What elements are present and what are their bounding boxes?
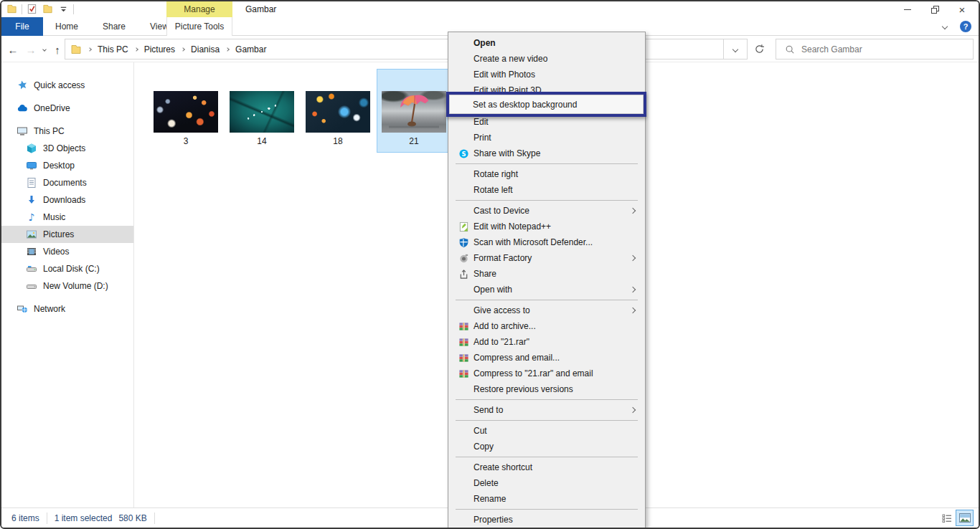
menu-item-give-access-to[interactable]: Give access to (448, 302, 645, 318)
menu-item-share-with-skype[interactable]: SShare with Skype (448, 146, 645, 161)
menu-item-scan-with-microsoft-defender[interactable]: Scan with Microsoft Defender... (448, 234, 645, 250)
star-icon (17, 80, 28, 91)
menu-item-open[interactable]: Open (448, 35, 645, 51)
file-tile-18[interactable]: 18 (301, 70, 374, 152)
sidebar-item-onedrive[interactable]: OneDrive (1, 100, 133, 117)
menu-item-rename[interactable]: Rename (448, 491, 645, 507)
customize-toolbar-icon[interactable] (57, 3, 70, 15)
highlight-annotation: Set as desktop background (446, 92, 646, 117)
sidebar-item-label: Music (43, 212, 65, 222)
help-icon[interactable]: ? (960, 21, 971, 32)
breadcrumb-pictures[interactable]: Pictures (140, 44, 179, 54)
menu-item-restore-previous-versions[interactable]: Restore previous versions (448, 381, 645, 397)
menu-item-add-to-21-rar[interactable]: Add to "21.rar" (448, 334, 645, 350)
menu-separator (456, 163, 638, 164)
defender-icon (456, 237, 471, 248)
sidebar-item-quick-access[interactable]: Quick access (1, 77, 133, 94)
refresh-button[interactable] (748, 39, 770, 59)
search-box[interactable] (776, 39, 974, 59)
menu-item-copy[interactable]: Copy (448, 439, 645, 454)
menu-item-label: Share with Skype (473, 148, 540, 158)
details-view-button[interactable] (938, 510, 955, 525)
sidebar-item-downloads[interactable]: Downloads (1, 191, 133, 209)
document-icon (26, 177, 37, 189)
menu-item-compress-and-email[interactable]: Compress and email... (448, 350, 645, 366)
submenu-arrow-icon (630, 255, 636, 261)
breadcrumb-dianisa[interactable]: Dianisa (187, 44, 224, 54)
address-dropdown-button[interactable] (723, 39, 747, 59)
sidebar-item-pictures[interactable]: Pictures (1, 226, 133, 243)
submenu-arrow-icon (630, 287, 636, 292)
folder-icon[interactable] (6, 3, 18, 15)
expand-ribbon-icon[interactable] (942, 24, 948, 29)
menu-item-delete[interactable]: Delete (448, 475, 645, 491)
file-tile-14[interactable]: 14 (225, 70, 298, 152)
skype-icon: S (456, 148, 471, 159)
menu-item-edit-with-notepad[interactable]: Edit with Notepad++ (448, 219, 645, 234)
toolbar-divider (22, 4, 22, 14)
file-tile-21[interactable]: 21 (377, 70, 451, 152)
back-button[interactable]: ← (4, 42, 22, 57)
sidebar-item-documents[interactable]: Documents (1, 174, 133, 191)
menu-item-rotate-right[interactable]: Rotate right (448, 166, 645, 182)
menu-icon-spacer (456, 116, 471, 128)
menu-item-cast-to-device[interactable]: Cast to Device (448, 203, 645, 219)
new-folder-icon[interactable] (42, 3, 54, 15)
download-icon (26, 194, 37, 206)
menu-item-add-to-archive[interactable]: Add to archive... (448, 318, 645, 334)
properties-icon[interactable] (26, 3, 38, 15)
menu-item-share[interactable]: Share (448, 266, 645, 282)
search-input[interactable] (801, 44, 973, 54)
sidebar-item-videos[interactable]: Videos (1, 243, 133, 260)
tab-home[interactable]: Home (43, 17, 90, 36)
menu-item-create-shortcut[interactable]: Create shortcut (448, 459, 645, 475)
sidebar-item-3d-objects[interactable]: 3D Objects (1, 140, 133, 157)
up-button[interactable]: ↑ (49, 42, 66, 57)
sidebar-item-network[interactable]: Network (1, 300, 133, 318)
menu-icon-spacer (456, 493, 471, 505)
close-button[interactable]: × (948, 1, 976, 17)
menu-separator (456, 300, 638, 300)
menu-item-set-as-desktop-background[interactable]: Set as desktop background (473, 100, 577, 110)
sidebar-item-music[interactable]: ♪Music (1, 209, 133, 226)
sidebar-item-label: New Volume (D:) (43, 281, 108, 291)
minimize-button[interactable] (894, 1, 921, 17)
large-icons-view-button[interactable] (956, 510, 973, 525)
file-tile-3[interactable]: 3 (149, 70, 222, 152)
manage-contextual-tab[interactable]: Manage (166, 1, 232, 17)
menu-item-compress-to-21-rar-and-email[interactable]: Compress to "21.rar" and email (448, 366, 645, 381)
menu-item-label: Compress to "21.rar" and email (473, 368, 593, 378)
forward-button[interactable]: → (22, 42, 39, 57)
tab-share[interactable]: Share (90, 17, 138, 36)
thumbnail-bokeh-dark (154, 91, 218, 133)
breadcrumb-gambar[interactable]: Gambar (231, 44, 270, 54)
restore-button[interactable] (921, 1, 948, 17)
submenu-arrow-icon (630, 308, 636, 313)
menu-item-print[interactable]: Print (448, 130, 645, 146)
menu-item-label: Copy (473, 442, 494, 452)
breadcrumb-this-pc[interactable]: This PC (93, 44, 133, 54)
menu-item-properties[interactable]: Properties (448, 512, 645, 528)
menu-item-rotate-left[interactable]: Rotate left (448, 182, 645, 198)
navigation-pane: Quick accessOneDriveThis PC3D ObjectsDes… (1, 62, 134, 507)
sidebar-item-desktop[interactable]: Desktop (1, 157, 133, 174)
menu-item-open-with[interactable]: Open with (448, 282, 645, 297)
menu-item-create-a-new-video[interactable]: Create a new video (448, 51, 645, 67)
status-divider (154, 513, 155, 524)
music-icon: ♪ (26, 211, 37, 223)
menu-item-send-to[interactable]: Send to (448, 402, 645, 418)
menu-item-cut[interactable]: Cut (448, 423, 645, 439)
tab-picture-tools[interactable]: Picture Tools (166, 17, 232, 36)
monitor-icon (17, 125, 28, 137)
menu-separator (456, 457, 638, 457)
sidebar-item-local-disk-c[interactable]: Local Disk (C:) (1, 260, 133, 277)
tab-file[interactable]: File (1, 17, 43, 36)
sidebar-item-new-volume-d[interactable]: New Volume (D:) (1, 277, 133, 295)
sidebar-item-this-pc[interactable]: This PC (1, 123, 133, 140)
menu-item-edit-with-photos[interactable]: Edit with Photos (448, 67, 645, 82)
menu-item-label: Open (473, 38, 496, 48)
menu-item-format-factory[interactable]: Format Factory (448, 250, 645, 266)
sidebar-item-label: Quick access (34, 80, 85, 90)
menu-item-label: Restore previous versions (473, 384, 573, 394)
menu-item-label: Edit with Photos (473, 70, 535, 80)
